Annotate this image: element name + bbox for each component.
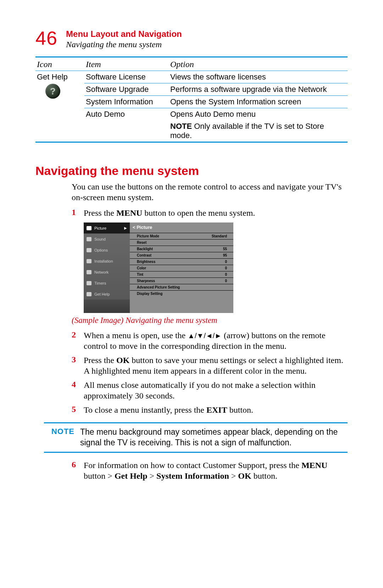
list-item: Reset (130, 239, 233, 246)
v: 0 (225, 273, 227, 276)
label: Sound (94, 237, 106, 241)
step-text: Press the MENU button to open the menu s… (84, 208, 348, 218)
l: Color (137, 266, 146, 270)
sample-screenshot: Picture▶ Sound Options Installation Netw… (84, 222, 233, 313)
bold: System Information (156, 471, 229, 480)
t: For information on how to contact Custom… (84, 461, 301, 470)
step-number: 6 (72, 460, 84, 481)
sidebar-item-gethelp: Get Help (84, 288, 130, 300)
list-item: Advanced Picture Setting (130, 284, 233, 290)
step-number: 1 (72, 208, 84, 218)
th-option: Option (169, 57, 348, 71)
t: A highlighted menu item appears in a dif… (84, 366, 307, 375)
label: Installation (94, 259, 113, 263)
th-item: Item (84, 57, 169, 71)
section-heading: Navigating the menu system (35, 164, 348, 178)
l: Brightness (137, 260, 155, 264)
chapter-title: Menu Layout and Navigation (66, 29, 182, 39)
bold: Get Help (115, 471, 148, 480)
sidebar-item-timers: Timers (84, 277, 130, 288)
step-text: All menus close automatically if you do … (84, 380, 348, 401)
label: Network (94, 270, 109, 274)
label: Options (94, 248, 108, 252)
l: Sharpness (137, 279, 155, 283)
chevron-right-icon: ▶ (124, 226, 127, 230)
list-item: Display Setting (130, 290, 233, 297)
cell-item: System Information (84, 96, 169, 108)
l: Contrast (137, 253, 151, 257)
step-text: Press the OK button to save your menu se… (84, 355, 348, 376)
step-text: To close a menu instantly, press the EXI… (84, 405, 348, 415)
note-block: NOTE The menu background may sometimes a… (44, 422, 348, 453)
t: Press the (84, 356, 116, 365)
t: button to open the menu system. (142, 208, 255, 218)
table-footnote: NOTE Only available if the TV is set to … (169, 120, 348, 142)
v: 0 (225, 279, 227, 283)
arrow-icons: ▲/▼/◄/► (188, 332, 222, 340)
cell-option: Opens Auto Demo menu (169, 108, 348, 121)
th-icon: Icon (35, 57, 84, 71)
step-6: 6 For information on how to contact Cust… (72, 460, 348, 481)
list-item: Contrast95 (130, 252, 233, 258)
sidebar-item-options: Options (84, 244, 130, 255)
list-item: Backlight55 (130, 246, 233, 252)
v: 55 (223, 247, 227, 251)
l: Backlight (137, 247, 153, 251)
clock-icon (87, 281, 91, 285)
v: Standard (212, 234, 227, 238)
v: 0 (225, 260, 227, 264)
step-2: 2 When a menu is open, use the ▲/▼/◄/► (… (72, 330, 348, 351)
manual-page: 46 Menu Layout and Navigation Navigating… (0, 0, 383, 588)
step-4: 4 All menus close automatically if you d… (72, 380, 348, 401)
t: button to save your menu settings or sel… (129, 356, 343, 365)
screenshot-sidebar: Picture▶ Sound Options Installation Netw… (84, 222, 130, 313)
label: Picture (94, 226, 106, 230)
t: When a menu is open, use the (84, 331, 188, 340)
sidebar-item-picture: Picture▶ (84, 222, 130, 233)
cell-option: Opens the System Information screen (169, 96, 348, 108)
l: Advanced Picture Setting (137, 285, 180, 289)
bold: MENU (116, 208, 142, 218)
question-icon: ? (45, 84, 60, 99)
cell-item: Software License (84, 71, 169, 83)
step-3: 3 Press the OK button to save your menu … (72, 355, 348, 376)
step-1: 1 Press the MENU button to open the menu… (72, 208, 348, 218)
t: > (148, 471, 157, 480)
step-number: 5 (72, 405, 84, 415)
step-number: 3 (72, 355, 84, 376)
l: Display Setting (137, 292, 162, 296)
screenshot-panel: < Picture Picture ModeStandard Reset Bac… (130, 222, 233, 313)
list-item: Picture ModeStandard (130, 233, 233, 239)
cell-option: Views the software licenses (169, 71, 348, 83)
t: To close a menu instantly, press the (84, 405, 206, 414)
t: button. (227, 405, 253, 414)
table-bottom-rule (35, 142, 348, 143)
footnote-bold: NOTE (170, 122, 192, 131)
image-caption: (Sample Image) Navigating the menu syste… (72, 316, 348, 325)
bold: MENU (301, 461, 327, 470)
list-item: Color0 (130, 265, 233, 271)
step-5: 5 To close a menu instantly, press the E… (72, 405, 348, 415)
options-icon (87, 248, 91, 252)
question-icon (87, 292, 91, 296)
bold: OK (238, 471, 251, 480)
panel-title: < Picture (130, 222, 233, 233)
footnote-text: Only available if the TV is set to Store… (170, 122, 324, 140)
note-label: NOTE (44, 427, 80, 448)
list-item: Brightness0 (130, 258, 233, 265)
step-number: 2 (72, 330, 84, 351)
sidebar-item-installation: Installation (84, 255, 130, 266)
bold: OK (116, 356, 129, 365)
t: button. (251, 471, 277, 480)
step-text: When a menu is open, use the ▲/▼/◄/► (ar… (84, 330, 348, 351)
v: 95 (223, 253, 227, 257)
globe-icon (87, 270, 91, 274)
icon-label: Get Help (37, 72, 83, 82)
l: Picture Mode (137, 234, 159, 238)
t: button > (84, 471, 115, 480)
get-help-table: Icon Item Option Get Help ? Software Lic… (35, 57, 348, 142)
bold: EXIT (206, 405, 227, 414)
sidebar-item-network: Network (84, 266, 130, 277)
t: > (229, 471, 238, 480)
l: Reset (137, 241, 146, 244)
